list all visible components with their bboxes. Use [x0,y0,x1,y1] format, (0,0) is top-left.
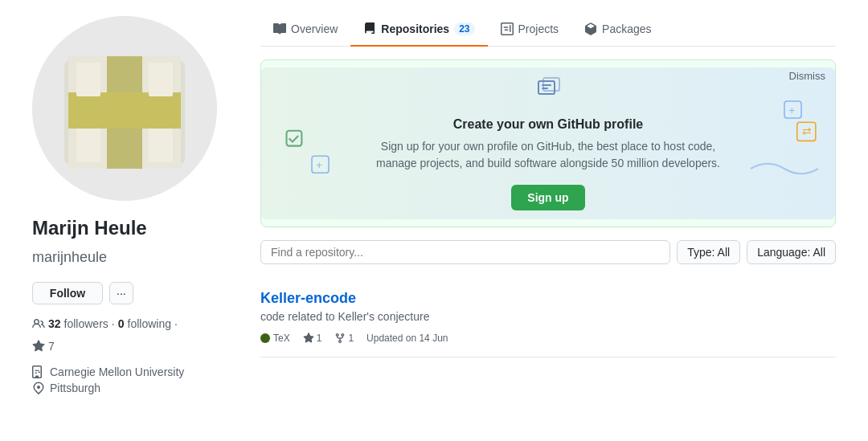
stars-row: 7 [32,340,241,353]
repo-language: TeX [260,333,290,344]
tab-packages-label: Packages [602,22,651,35]
tab-overview[interactable]: Overview [260,16,350,47]
lang-name: TeX [273,333,290,344]
stars-value: 1 [317,333,322,344]
svg-rect-10 [76,63,100,96]
star-icon [32,340,45,353]
follow-row: Follow ··· [32,282,241,304]
repo-stars: 1 [303,333,322,344]
location-item: Pittsburgh [32,382,241,394]
banner-title: Create your own GitHub profile [453,117,643,132]
svg-rect-9 [68,92,181,129]
type-filter-button[interactable]: Type: All [677,240,740,264]
main-layout: Marijn Heule marijnheule Follow ··· 32 f… [0,0,868,441]
signup-button[interactable]: Sign up [511,185,584,210]
project-icon [501,22,514,35]
user-login: marijnheule [32,249,241,266]
repo-description: code related to Keller's conjecture [260,310,836,323]
organization-icon [32,365,45,378]
location-icon [32,382,45,394]
banner-icon [535,76,561,108]
banner-content: Create your own GitHub profile Sign up f… [371,76,725,210]
following-count[interactable]: 0 [118,317,125,330]
organization-item: Carnegie Mellon University [32,365,241,378]
svg-text:+: + [788,104,795,116]
repo-item: Keller-encode code related to Keller's c… [260,277,836,357]
tab-packages[interactable]: Packages [571,16,664,47]
repo-updated: Updated on 14 Jun [366,333,448,344]
tab-overview-label: Overview [291,22,338,35]
banner-description: Sign up for your own profile on GitHub, … [371,138,725,172]
tab-repositories[interactable]: Repositories 23 [350,16,487,47]
language-filter-button[interactable]: Language: All [747,240,836,264]
repo-name[interactable]: Keller-encode [260,290,356,307]
following-label: following [128,317,171,330]
organization-name: Carnegie Mellon University [50,365,184,378]
svg-text:⇄: ⇄ [802,125,812,137]
page-wrapper: Marijn Heule marijnheule Follow ··· 32 f… [0,0,868,441]
location-name: Pittsburgh [50,382,100,394]
followers-count[interactable]: 32 [48,317,61,330]
tab-repositories-count: 23 [454,22,474,35]
sidebar: Marijn Heule marijnheule Follow ··· 32 f… [32,16,241,425]
svg-rect-11 [149,63,173,96]
svg-rect-20 [797,122,816,141]
tabs-row: Overview Repositories 23 Projects [260,16,836,47]
repo-icon [363,22,376,35]
repo-meta: TeX 1 1 Updated on 14 Jun [260,333,836,344]
star-small-icon [303,333,314,344]
fork-icon [334,333,346,344]
forks-value: 1 [348,333,354,344]
more-button[interactable]: ··· [109,282,133,304]
filter-row: Type: All Language: All [260,240,836,264]
tab-projects[interactable]: Projects [488,16,572,47]
content-area: Overview Repositories 23 Projects [260,16,836,425]
package-icon [584,22,597,35]
people-icon [32,317,45,330]
followers-stats: 32 followers · 0 following · [32,317,241,330]
dismiss-button[interactable]: Dismiss [789,70,826,82]
svg-rect-15 [287,131,302,146]
follow-button[interactable]: Follow [32,282,103,304]
repo-forks: 1 [334,333,354,344]
stars-count: 7 [48,340,55,353]
svg-rect-13 [149,129,173,162]
followers-label: followers [64,317,108,330]
tab-repositories-label: Repositories [381,22,449,35]
signup-banner: + + ⇄ [260,59,836,227]
lang-dot [260,333,270,343]
tab-projects-label: Projects [518,22,559,35]
book-icon [273,22,286,35]
svg-rect-18 [784,101,801,118]
avatar [32,16,217,201]
svg-rect-16 [312,156,329,173]
svg-rect-12 [76,129,100,162]
location-section: Carnegie Mellon University Pittsburgh [32,365,241,394]
svg-text:+: + [316,159,322,171]
repo-header: Keller-encode [260,290,836,307]
repo-search-input[interactable] [260,240,670,264]
user-display-name: Marijn Heule [32,217,241,239]
